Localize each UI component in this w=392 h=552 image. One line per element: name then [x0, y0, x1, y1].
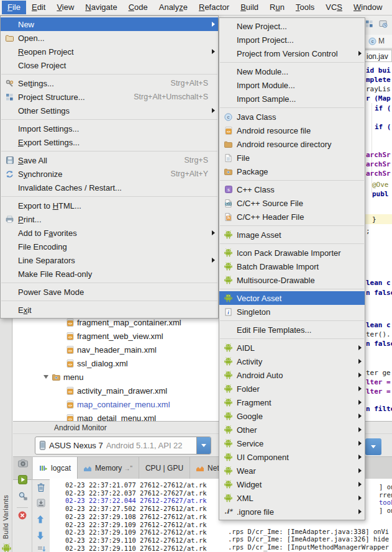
secondary-dropdown-button[interactable]	[365, 438, 381, 455]
new-submenu-item-android-resource-file[interactable]: <>Android resource file	[219, 124, 365, 137]
screenshot-camera-icon[interactable]	[18, 459, 28, 468]
new-submenu-item-aidl[interactable]: AIDL	[219, 341, 365, 355]
file-menu-item-project-structure[interactable]: Project Structure...Strg+Alt+Umschalt+S	[1, 90, 218, 104]
new-submenu-item-import-project[interactable]: Import Project...	[219, 33, 365, 47]
file-menu-item-synchronize[interactable]: SynchronizeStrg+Alt+Y	[1, 167, 218, 181]
file-menu-item-import-settings[interactable]: Import Settings...	[1, 122, 218, 135]
new-submenu-item-ignore-file[interactable]: .i*.ignore file	[219, 505, 365, 518]
file-menu-item-add-to-favorites[interactable]: Add to Favorites	[1, 226, 218, 240]
tree-item-ssl-dialog-xml[interactable]: <>ssl_dialog.xml	[13, 356, 219, 370]
file-menu-item-invalidate-caches-restart[interactable]: Invalidate Caches / Restart...	[1, 181, 218, 194]
menubar-item-file[interactable]: File	[2, 1, 26, 14]
menubar-item-build[interactable]: Build	[235, 1, 264, 14]
new-submenu-item-android-auto[interactable]: Android Auto	[219, 368, 365, 382]
editor-tab[interactable]: ion.jav	[362, 50, 392, 61]
log-line: ] onCr	[379, 483, 392, 491]
file-menu-item-file-encoding[interactable]: File Encoding	[1, 240, 218, 253]
menubar-item-refactor[interactable]: Refactor	[193, 1, 235, 14]
analyze-search-icon[interactable]	[18, 491, 28, 501]
file-menu-item-export-to-html[interactable]: Export to HTML...	[1, 199, 218, 212]
menubar-item-run[interactable]: Run	[264, 1, 290, 14]
new-submenu-item-file[interactable]: File	[219, 151, 365, 165]
new-submenu-item-ui-component[interactable]: UI Component	[219, 450, 365, 464]
new-submenu-item-google[interactable]: Google	[219, 409, 365, 423]
new-submenu-item-service[interactable]: Service	[219, 437, 365, 450]
tree-item-nav-header-main-xml[interactable]: <>nav_header_main.xml	[13, 343, 219, 356]
new-submenu-item-batch-drawable-import[interactable]: Batch Drawable Import	[219, 260, 365, 273]
ignore-icon: .i*	[224, 509, 232, 515]
new-submenu-item-package[interactable]: Package	[219, 165, 365, 178]
file-menu-item-power-save-mode[interactable]: Power Save Mode	[1, 285, 218, 299]
menubar-item-tools[interactable]: Tools	[290, 1, 320, 14]
new-submenu-item-import-sample[interactable]: Import Sample...	[219, 92, 365, 106]
menubar-item-analyze[interactable]: Analyze	[153, 1, 193, 14]
new-submenu-item-new-project[interactable]: New Project...	[219, 19, 365, 33]
scroll-down-icon[interactable]	[37, 531, 44, 540]
menu-item-label: Import Module...	[237, 81, 295, 90]
new-submenu-item-c-class[interactable]: sC++ Class	[219, 183, 365, 196]
menu-item-label: C++ Class	[237, 185, 275, 194]
new-submenu-item-image-asset[interactable]: Image Asset	[219, 228, 365, 242]
new-submenu-item-activity[interactable]: Activity	[219, 355, 365, 368]
file-menu-item-open[interactable]: Open...	[1, 31, 218, 45]
tree-item-activity-main-drawer-xml[interactable]: <>activity_main_drawer.xml	[13, 384, 219, 397]
menubar-item-navigate[interactable]: Navigate	[80, 1, 122, 14]
new-submenu-item-java-class[interactable]: cJava Class	[219, 110, 365, 124]
menubar-item-code[interactable]: Code	[123, 1, 153, 14]
breadcrumb-class-name[interactable]: M	[378, 37, 385, 45]
screen-record-icon[interactable]	[18, 475, 27, 484]
file-menu-item-other-settings[interactable]: Other Settings	[1, 104, 218, 117]
xml-file-icon: <>	[66, 387, 74, 395]
device-dropdown-button[interactable]	[196, 437, 211, 454]
menubar-item-vcs[interactable]: VCS	[320, 1, 348, 14]
project-structure-icon[interactable]	[365, 20, 373, 28]
new-submenu-item-import-module[interactable]: Import Module...	[219, 78, 365, 92]
tree-item-menu[interactable]: menu	[13, 370, 219, 384]
file-menu-item-make-file-read-only[interactable]: Make File Read-only	[1, 267, 218, 281]
new-submenu-item-fragment[interactable]: Fragment	[219, 396, 365, 409]
scroll-up-icon[interactable]	[37, 515, 44, 524]
menubar-item-window[interactable]: Window	[348, 1, 388, 14]
android-icon	[224, 412, 232, 420]
file-menu-item-close-project[interactable]: Close Project	[1, 58, 218, 72]
new-submenu-item-vector-asset[interactable]: Vector Asset	[219, 291, 365, 305]
file-menu-item-export-settings[interactable]: Export Settings...	[1, 135, 218, 149]
new-submenu-item-edit-file-templates[interactable]: Edit File Templates...	[219, 323, 365, 337]
clear-log-trash-icon[interactable]	[37, 482, 45, 492]
menubar-item-view[interactable]: View	[51, 1, 80, 14]
new-submenu-item-multisource-drawable[interactable]: Multisource-Drawable	[219, 273, 365, 287]
file-menu-item-save-all[interactable]: Save AllStrg+S	[1, 153, 218, 167]
file-menu-item-line-separators[interactable]: Line Separators	[1, 253, 218, 267]
tree-item-map-detail-menu-xml[interactable]: <>map_detail_menu.xml	[13, 411, 219, 421]
terminate-icon[interactable]	[18, 511, 27, 520]
new-submenu-item-c-c-source-file[interactable]: C++C/C++ Source File	[219, 196, 365, 210]
new-submenu-item-folder[interactable]: Folder	[219, 382, 365, 396]
file-menu-item-exit[interactable]: Exit	[1, 303, 218, 317]
new-submenu-item-other[interactable]: Other	[219, 423, 365, 437]
file-menu-item-reopen-project[interactable]: Reopen Project	[1, 45, 218, 58]
scroll-to-end-icon[interactable]	[37, 546, 46, 552]
file-menu-item-settings[interactable]: Settings...Strg+Alt+S	[1, 76, 218, 90]
export-log-icon[interactable]	[37, 499, 45, 507]
build-variants-button[interactable]: Build Variants	[2, 495, 9, 539]
tree-item-map-container-menu-xml[interactable]: <>map_container_menu.xml	[13, 397, 219, 411]
menubar-item-edit[interactable]: Edit	[26, 1, 51, 14]
tab-logcat[interactable]: logcat	[33, 457, 78, 479]
log-line: took:	[379, 499, 392, 506]
tab-cpu-gpu[interactable]: CPU | GPU	[139, 457, 190, 479]
tree-item-fragment-web-view-xml[interactable]: <>fragment_web_view.xml	[13, 329, 219, 343]
new-submenu-item-xml[interactable]: XML	[219, 491, 365, 505]
new-submenu-item-project-from-version-control[interactable]: Project from Version Control	[219, 47, 365, 60]
new-submenu-item-android-resource-directory[interactable]: Android resource directory	[219, 137, 365, 151]
file-menu-item-print[interactable]: Print...	[1, 212, 218, 226]
new-submenu-item-singleton[interactable]: iSingleton	[219, 305, 365, 319]
new-submenu-item-icon-pack-drawable-importer[interactable]: Icon Pack Drawable Importer	[219, 246, 365, 260]
new-submenu-item-new-module[interactable]: New Module...	[219, 65, 365, 78]
new-submenu-item-widget[interactable]: Widget	[219, 477, 365, 491]
tab-memory[interactable]: Memory→"	[78, 457, 139, 479]
new-submenu-item-c-c-header-file[interactable]: hC/C++ Header File	[219, 210, 365, 224]
recent-files-icon[interactable]	[379, 20, 388, 28]
new-submenu-item-wear[interactable]: Wear	[219, 464, 365, 477]
file-menu-item-new[interactable]: New	[1, 17, 218, 31]
device-selector[interactable]: ASUS Nexus 7 Android 5.1.1, API 22	[35, 437, 211, 455]
